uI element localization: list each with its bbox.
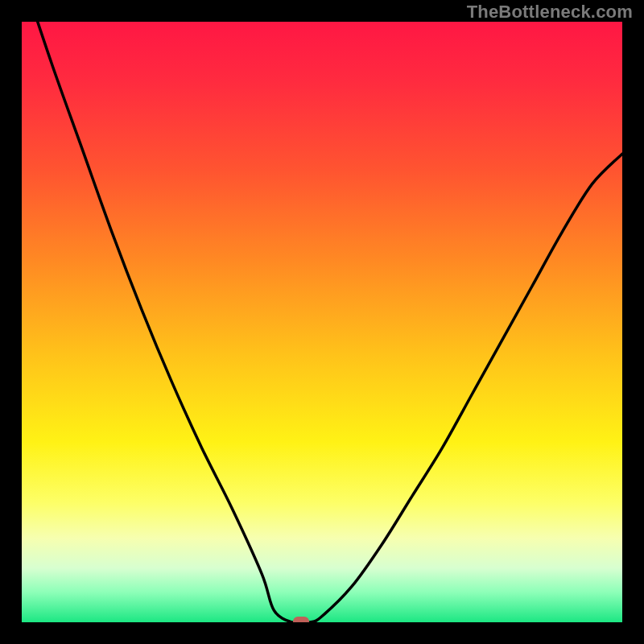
optimal-point-marker bbox=[293, 617, 309, 622]
bottleneck-curve bbox=[22, 22, 622, 622]
watermark-text: TheBottleneck.com bbox=[467, 2, 633, 23]
chart-frame: TheBottleneck.com bbox=[0, 0, 644, 644]
plot-area bbox=[22, 22, 622, 622]
